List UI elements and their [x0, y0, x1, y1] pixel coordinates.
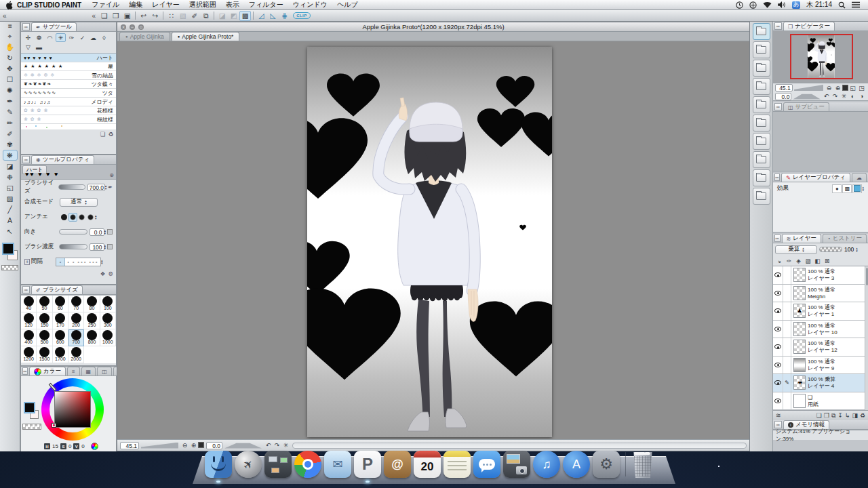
switch-color-model-icon[interactable]	[91, 443, 98, 450]
eye-icon[interactable]	[774, 399, 781, 403]
layer-visibility-cell[interactable]	[773, 374, 783, 392]
subtool-item-partial[interactable]	[21, 124, 116, 129]
spacing-expand-icon[interactable]: +	[24, 259, 30, 265]
clip-studio-open-button[interactable]: CLIP	[293, 12, 311, 19]
material-all-materials-button[interactable]	[753, 169, 770, 186]
subtool-item-0[interactable]: ♥♥ ♥ ♥ ♥ ♥ハート	[21, 54, 116, 62]
category-pot-icon[interactable]: ▽	[23, 43, 33, 52]
subtool-item-4[interactable]: ∿∿∿∿∿∿∿ツタ	[21, 89, 116, 98]
color-set-tab[interactable]: ▦	[81, 367, 96, 375]
color-slider-tab[interactable]: ≡	[67, 367, 80, 375]
input-source-icon[interactable]: あ	[792, 1, 800, 9]
move-tool[interactable]: ✋	[3, 41, 18, 52]
invert-selection-icon[interactable]: ⧉	[200, 11, 212, 21]
crop-icon[interactable]: ◪	[216, 11, 228, 21]
layer-visibility-cell[interactable]	[773, 285, 783, 302]
dock-item-notes[interactable]	[443, 451, 471, 478]
layer-row-3[interactable]: 100 % 通常レイヤー 10	[773, 321, 868, 339]
dock-item-itunes[interactable]: ♫	[533, 451, 560, 478]
layer-property-tab[interactable]: ✎レイヤープロパティ	[781, 173, 850, 182]
aa-none-option[interactable]	[60, 213, 68, 222]
fit-to-screen-icon[interactable]: ◱	[848, 85, 857, 92]
spotlight-icon[interactable]	[838, 1, 846, 9]
zoom-100-icon[interactable]: ■	[198, 442, 204, 448]
zoom-out-icon[interactable]: ⊖	[180, 442, 189, 449]
brush-size-40[interactable]: 40	[21, 296, 37, 312]
tool-property-menu-icon[interactable]: ≔	[22, 156, 30, 163]
lock-transparent-pixels-icon[interactable]: ▨	[804, 258, 812, 264]
spacing-stepper[interactable]: ▴▾	[101, 259, 103, 265]
brush-size-70[interactable]: 70	[68, 296, 84, 312]
menu-app-name[interactable]: CLIP STUDIO PAINT	[17, 1, 81, 9]
direction-option-icon[interactable]	[107, 229, 113, 235]
layer-row-7[interactable]: ❏用紙	[773, 392, 868, 411]
brush-size-150[interactable]: 150	[37, 312, 52, 329]
pencil-tool[interactable]: ✏	[3, 117, 18, 128]
layer-opacity-stepper[interactable]: ▴▾	[856, 247, 858, 253]
dock-item-system-preferences[interactable]: ⚙	[593, 451, 620, 478]
material-manga-material-button[interactable]	[753, 60, 770, 77]
subtool-item-7[interactable]: ❀ ✿ ❀桜紋様	[21, 115, 116, 124]
brush-size-700[interactable]: 700	[68, 329, 84, 346]
flip-vertical-icon[interactable]: ◑	[857, 93, 866, 100]
merge-down-icon[interactable]: ↳	[845, 412, 850, 419]
brush-size-400[interactable]: 400	[21, 329, 37, 346]
density-slider[interactable]	[59, 244, 87, 249]
eye-icon[interactable]	[774, 344, 781, 349]
brush-size-120[interactable]: 120	[21, 312, 37, 329]
undo-icon[interactable]: ↩	[138, 11, 149, 21]
dock-item-app-store[interactable]: A	[563, 451, 590, 478]
brush-size-1000[interactable]: 1000	[100, 329, 116, 346]
material-color-pattern-button[interactable]	[753, 23, 770, 40]
reference-layer-icon[interactable]: ✑	[785, 258, 793, 264]
zoom-slider[interactable]	[141, 443, 178, 449]
rotation-value[interactable]: 0.0	[206, 442, 222, 449]
horizontal-scrollbar[interactable]	[292, 443, 747, 449]
navigator-rotation-value[interactable]: 0.0	[775, 93, 791, 100]
duplicate-layer-icon[interactable]: ⧉	[831, 412, 835, 420]
layer-visibility-cell[interactable]	[773, 321, 783, 338]
saturation-value[interactable]: 0	[68, 443, 71, 449]
menu-item-5[interactable]: フィルター	[244, 0, 288, 9]
enable-mask-icon[interactable]: ◧	[813, 258, 822, 264]
notification-center-icon[interactable]	[852, 1, 860, 8]
snap-special-ruler-icon[interactable]: ◺	[267, 11, 279, 21]
menu-item-4[interactable]: 表示	[221, 0, 244, 9]
new-file-icon[interactable]: ❏	[98, 11, 110, 21]
material-downloads-button[interactable]	[753, 133, 770, 150]
value-value[interactable]: 0	[81, 443, 84, 449]
brush-size-50[interactable]: 50	[37, 296, 52, 312]
brush-size-stepper[interactable]: ▴▾	[105, 184, 107, 190]
collapse-left-button[interactable]: «	[0, 12, 9, 20]
eyedropper-tool[interactable]: ✒	[3, 96, 18, 106]
clear-selection-icon[interactable]: ✐	[189, 11, 200, 21]
time-machine-icon[interactable]	[736, 1, 743, 9]
brush-size-300[interactable]: 300	[100, 312, 116, 329]
deselect-icon[interactable]: ∷	[165, 11, 177, 21]
brush-size-menu-icon[interactable]: ≔	[22, 286, 30, 293]
dock-item-trash[interactable]	[631, 452, 654, 478]
brush-size-pressure-icon[interactable]: ✒	[108, 184, 113, 190]
document-title-bar[interactable]: ✕ ─ ◻ Apple Gijinka Proto*(1200 x 1920px…	[117, 22, 749, 32]
layer-visibility-cell[interactable]	[773, 302, 783, 320]
zoom-100-icon[interactable]: ■	[842, 85, 848, 91]
snap-grid-icon[interactable]: ⋕	[279, 11, 290, 21]
brush-size-60[interactable]: 60	[53, 296, 68, 312]
new-folder-icon[interactable]: ❒	[824, 412, 829, 419]
save-file-icon[interactable]: ▣	[121, 11, 133, 21]
wifi-icon[interactable]	[763, 1, 772, 8]
rotation-slider[interactable]	[224, 443, 262, 449]
eye-icon[interactable]	[774, 363, 781, 367]
layer-move-tool[interactable]: ✥	[3, 63, 18, 74]
brush-tool[interactable]: ✐	[3, 128, 18, 139]
gradient-tool[interactable]: ▨	[3, 193, 18, 204]
reset-rotation-icon[interactable]: ✳	[840, 93, 848, 100]
brush-size-500[interactable]: 500	[37, 329, 52, 346]
category-stripe-icon[interactable]: ▬	[34, 43, 44, 52]
menu-clock[interactable]: 木 21:14	[806, 0, 832, 9]
subview-menu-icon[interactable]: ≔	[774, 103, 782, 110]
layer-thumbnail[interactable]: ♟	[793, 304, 806, 318]
brush-size-600[interactable]: 600	[53, 329, 68, 346]
dock-item-contacts[interactable]: @	[384, 451, 411, 478]
subview-tab[interactable]: ◫サブビュー	[783, 102, 829, 111]
